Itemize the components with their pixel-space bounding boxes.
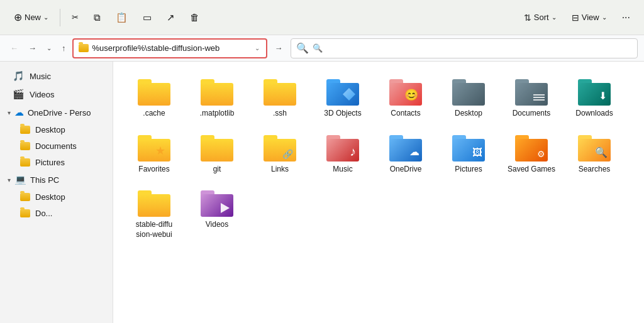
address-dropdown-button[interactable]: ⌄ [253,43,261,53]
file-label: Downloads [575,109,613,119]
view-button[interactable]: ⊟ View ⌄ [565,9,613,26]
sidebar-item-label: Desktop [35,192,65,202]
folder-documents-icon [515,79,548,106]
folder-icon [20,158,30,167]
files-grid: .cache .matplotlib .ssh [126,74,631,244]
pc-icon: 💻 [14,174,26,185]
new-icon: ⊕ [14,11,22,23]
file-label: 3D Objects [324,109,361,119]
folder-git-icon [201,135,233,162]
file-label: Contacts [391,109,420,119]
list-item[interactable]: git [189,130,245,180]
doc-lines-icon [533,94,545,101]
file-label: Saved Games [508,165,555,175]
music-note-icon: ♪ [350,145,356,159]
list-item[interactable]: 3D Objects [314,74,371,124]
contact-icon: 😊 [404,88,418,102]
folder-icon [20,209,30,217]
cut-button[interactable]: ✂ [65,9,85,25]
rename-button[interactable]: ▭ [136,9,158,26]
list-item[interactable]: ⚙ Saved Games [503,130,560,180]
sort-label: Sort [534,13,549,22]
address-navigate-button[interactable]: → [270,41,288,55]
sidebar-item-thispc[interactable]: ▾ 💻 This PC [3,171,110,189]
file-label: Music [333,165,352,175]
star-icon: ★ [155,144,165,158]
sidebar-item-label: This PC [30,175,59,185]
sort-button[interactable]: ⇅ Sort ⌄ [518,9,563,26]
folder-contacts-icon: 😊 [389,79,422,106]
up-button[interactable]: ↑ [58,41,70,55]
sidebar-item-label: Videos [30,90,55,99]
sidebar-item-pictures-od[interactable]: Pictures [3,155,110,170]
sidebar-item-desktop-od[interactable]: Desktop [3,122,110,138]
sidebar: 🎵 Music 🎬 Videos ▾ ☁ OneDrive - Perso De… [0,62,113,323]
music-icon: 🎵 [13,70,25,82]
copy-icon: ⧉ [94,12,101,23]
list-item[interactable]: Videos [189,185,245,244]
search-folder-icon: 🔍 [595,146,608,158]
address-input[interactable] [92,43,250,53]
folder-downloads-icon: ⬇ [578,79,611,106]
sidebar-item-documents-od[interactable]: Documents [3,138,110,154]
address-folder-icon [79,44,89,52]
sort-icon: ⇅ [524,13,531,23]
paste-button[interactable]: 📋 [109,9,134,26]
expand-arrow-icon: ▾ [8,109,11,116]
back-button[interactable]: ← [6,41,22,55]
rename-icon: ▭ [143,12,152,23]
recent-locations-button[interactable]: ⌄ [43,42,55,54]
file-label: git [213,165,221,175]
toolbar: ⊕ New ⌄ ✂ ⧉ 📋 ▭ ↗ 🗑 ⇅ Sort ⌄ ⊟ View ⌄ ··… [0,0,644,35]
new-button[interactable]: ⊕ New ⌄ [8,8,55,26]
list-item[interactable]: .cache [126,74,182,124]
file-label: Videos [206,220,228,230]
sidebar-item-music[interactable]: 🎵 Music [3,67,110,85]
file-label: Links [271,165,289,175]
file-label: Pictures [455,165,482,175]
sidebar-item-label: OneDrive - Perso [28,108,91,118]
sidebar-item-label: Do... [35,209,52,218]
play-button-icon [221,203,230,213]
copy-button[interactable]: ⧉ [87,9,107,26]
list-item[interactable]: Documents [503,74,560,124]
folder-icon [20,142,30,150]
list-item[interactable]: 🖼 Pictures [440,130,497,180]
list-item[interactable]: .ssh [252,74,308,124]
list-item[interactable]: 🔍 Searches [566,130,623,180]
file-label: Desktop [455,109,482,119]
folder-links-icon: 🔗 [264,135,296,162]
search-input[interactable] [313,43,633,53]
folder-onedrive-icon: ☁ [389,135,422,162]
list-item[interactable]: .matplotlib [189,74,245,124]
sidebar-item-desktop-pc[interactable]: Desktop [3,189,110,205]
folder-icon [20,126,30,134]
sidebar-item-label: Music [30,72,51,81]
view-label: View [582,13,599,22]
folder-pictures-icon: 🖼 [452,135,485,162]
list-item[interactable]: ♪ Music [314,130,371,180]
list-item[interactable]: Desktop [440,74,497,124]
list-item[interactable]: ★ Favorites [126,130,182,180]
share-button[interactable]: ↗ [160,9,181,26]
more-button[interactable]: ··· [616,9,636,26]
delete-button[interactable]: 🗑 [184,9,206,26]
more-icon: ··· [622,12,630,23]
list-item[interactable]: 😊 Contacts [377,74,434,124]
view-chevron-icon: ⌄ [602,14,607,21]
list-item[interactable]: ☁ OneDrive [377,130,434,180]
sidebar-item-documents-pc[interactable]: Do... [3,205,110,221]
search-box: 🔍 [291,38,638,58]
sort-chevron-icon: ⌄ [552,14,557,21]
list-item[interactable]: ⬇ Downloads [566,74,623,124]
folder-searches-icon: 🔍 [578,135,611,162]
delete-icon: 🗑 [190,12,199,23]
forward-button[interactable]: → [25,41,40,55]
list-item[interactable]: 🔗 Links [252,130,308,180]
file-label: .ssh [273,109,287,119]
sidebar-item-videos[interactable]: 🎬 Videos [3,85,110,103]
sidebar-item-onedrive[interactable]: ▾ ☁ OneDrive - Perso [3,104,110,121]
address-box: ⌄ [72,38,267,58]
list-item[interactable]: stable-diffu sion-webui [126,185,182,244]
sidebar-item-label: Desktop [35,125,65,134]
